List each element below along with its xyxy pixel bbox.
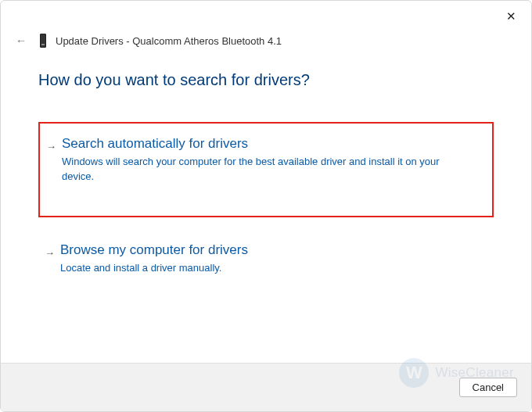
device-icon — [40, 34, 46, 48]
dialog-header: ← Update Drivers - Qualcomm Atheros Blue… — [1, 23, 531, 48]
option-description: Locate and install a driver manually. — [60, 261, 467, 276]
option-browse-computer[interactable]: → Browse my computer for drivers Locate … — [38, 233, 494, 287]
cancel-button[interactable]: Cancel — [459, 378, 517, 397]
option-description: Windows will search your computer for th… — [62, 155, 469, 185]
close-icon[interactable]: ✕ — [503, 9, 519, 24]
dialog-content: How do you want to search for drivers? →… — [1, 48, 531, 363]
option-title: Browse my computer for drivers — [60, 242, 483, 258]
dialog-footer: Cancel — [1, 363, 531, 411]
page-heading: How do you want to search for drivers? — [38, 71, 494, 89]
dialog-title: Update Drivers - Qualcomm Atheros Blueto… — [56, 35, 282, 47]
option-search-automatically[interactable]: → Search automatically for drivers Windo… — [38, 122, 494, 217]
back-arrow-icon[interactable]: ← — [15, 34, 27, 47]
arrow-right-icon: → — [46, 141, 56, 152]
option-title: Search automatically for drivers — [62, 136, 481, 152]
arrow-right-icon: → — [45, 247, 55, 259]
update-drivers-dialog: ✕ ← Update Drivers - Qualcomm Atheros Bl… — [0, 0, 532, 412]
